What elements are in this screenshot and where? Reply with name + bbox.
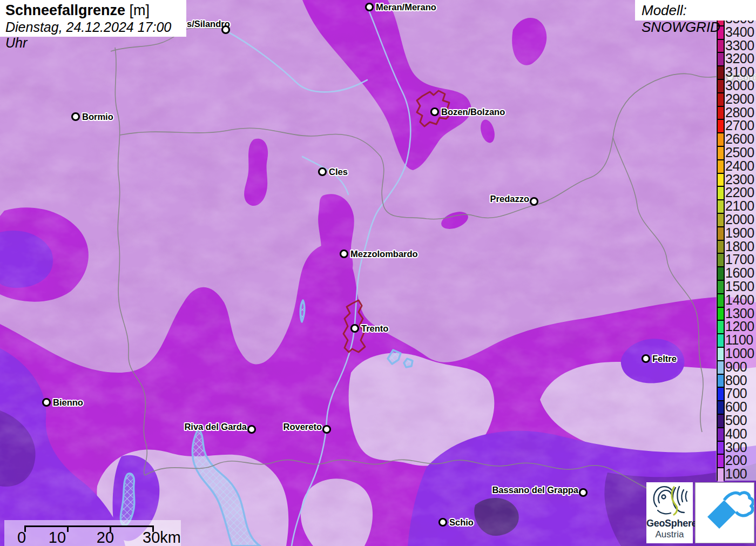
legend-label-1600: 1600: [725, 266, 756, 280]
legend-label-2500: 2500: [725, 146, 756, 159]
city-label-trento: Trento: [361, 323, 388, 333]
legend-label-2900: 2900: [725, 92, 756, 106]
title-box: Schneefallgrenze [m] Dienstag, 24.12.202…: [0, 0, 186, 37]
page-title: Schneefallgrenze [m]: [5, 2, 181, 19]
city-label-bassano-del-grappa: Bassano del Grappa: [492, 485, 578, 495]
legend-label-column: 3500340033003200310030002900280027002600…: [725, 12, 756, 481]
legend-swatch-1300: [718, 308, 724, 321]
legend-label-3400: 3400: [725, 25, 756, 39]
legend-swatch-100: [718, 468, 724, 482]
legend-swatch-3200: [718, 53, 724, 66]
partner-logo-box: [695, 482, 754, 543]
city-marker-bassano-del-grappa: [580, 489, 587, 496]
legend-label-1100: 1100: [725, 333, 756, 347]
legend-swatch-2200: [718, 187, 724, 200]
city-marker-schio: [440, 519, 447, 526]
legend-label-2700: 2700: [725, 119, 756, 132]
city-marker-trento: [352, 325, 359, 332]
legend-swatch-400: [718, 428, 724, 442]
city-marker-bienno: [43, 399, 50, 406]
legend-swatch-3300: [718, 40, 724, 53]
legend-swatch-500: [718, 415, 724, 428]
title-unit: [m]: [125, 2, 150, 18]
legend-label-2800: 2800: [725, 106, 756, 119]
city-marker-s-silandro: [222, 26, 230, 33]
legend-swatch-3100: [718, 66, 724, 80]
legend-swatch-1600: [718, 267, 724, 281]
city-label-mezzolombardo: Mezzolombardo: [350, 249, 418, 259]
lake-levico: [404, 359, 413, 367]
legend-label-2400: 2400: [725, 159, 756, 173]
city-label-predazzo: Predazzo: [490, 194, 529, 204]
legend-label-1400: 1400: [725, 293, 756, 307]
legend-swatch-2900: [718, 93, 724, 107]
city-label-meran-merano: Meran/Merano: [376, 2, 436, 12]
legend-label-1300: 1300: [725, 307, 756, 320]
legend-label-1700: 1700: [725, 253, 756, 266]
legend-label-500: 500: [725, 414, 756, 427]
legend-label-600: 600: [725, 400, 756, 414]
legend-swatch-1400: [718, 294, 724, 308]
legend-swatch-1100: [718, 334, 724, 348]
mountain-diamond-logo-icon: [696, 483, 754, 543]
scale-label-20: 20: [93, 529, 117, 546]
city-marker-feltre: [643, 355, 650, 362]
legend-swatch-1500: [718, 281, 724, 294]
legend-label-2600: 2600: [725, 132, 756, 146]
legend-label-100: 100: [725, 467, 756, 481]
scale-label-10: 10: [45, 529, 69, 546]
geosphere-wordmark: GeoSphere: [646, 518, 693, 529]
legend-swatch-700: [718, 388, 724, 401]
legend-swatch-2300: [718, 174, 724, 187]
city-marker-mezzolombardo: [341, 251, 348, 258]
legend-swatch-column: [717, 12, 725, 481]
scale-label-0: 0: [15, 529, 28, 546]
legend-swatch-2500: [718, 147, 724, 160]
geosphere-logo-icon: [647, 482, 692, 517]
legend-label-1900: 1900: [725, 226, 756, 240]
city-marker-bozen-bolzano: [431, 109, 438, 116]
legend-swatch-2700: [718, 120, 724, 133]
legend-swatch-1000: [718, 348, 724, 361]
title-datetime: Dienstag, 24.12.2024 17:00 Uhr: [5, 19, 181, 51]
scale-label-30km: 30km: [143, 529, 181, 546]
city-label-rovereto: Rovereto: [283, 422, 322, 432]
legend-swatch-800: [718, 375, 724, 388]
legend-label-2200: 2200: [725, 186, 756, 199]
legend-label-700: 700: [725, 387, 756, 400]
legend-swatch-1900: [718, 227, 724, 241]
legend-label-3200: 3200: [725, 52, 756, 65]
legend-swatch-200: [718, 455, 724, 468]
legend-swatch-300: [718, 442, 724, 455]
city-label-riva-del-garda: Riva del Garda: [184, 422, 247, 432]
legend-label-1500: 1500: [725, 280, 756, 293]
legend-swatch-3000: [718, 80, 724, 93]
title-text: Schneefallgrenze: [5, 2, 125, 18]
model-label: Modell: SNOWGRID: [635, 0, 756, 21]
city-label-schio: Schio: [449, 517, 474, 527]
legend-swatch-2100: [718, 200, 724, 214]
city-marker-rovereto: [323, 426, 330, 433]
city-label-bienno: Bienno: [53, 397, 83, 407]
map-scale-bar: 0 10 20 30km: [4, 520, 181, 546]
legend-label-3300: 3300: [725, 39, 756, 52]
city-marker-meran-merano: [366, 4, 373, 11]
legend-swatch-2000: [718, 214, 724, 227]
map-canvas: Meran/Meranos/SilandroBormioBozen/Bolzan…: [0, 0, 756, 546]
legend-swatch-1800: [718, 241, 724, 254]
legend-label-400: 400: [725, 427, 756, 441]
legend-label-900: 900: [725, 360, 756, 374]
city-marker-cles: [319, 168, 326, 176]
legend-label-200: 200: [725, 454, 756, 467]
legend-swatch-1200: [718, 321, 724, 334]
legend-label-300: 300: [725, 441, 756, 454]
legend-swatch-600: [718, 401, 724, 415]
city-marker-bormio: [72, 113, 79, 120]
city-label-feltre: Feltre: [652, 354, 677, 363]
lake-molveno: [300, 300, 305, 322]
legend-label-2100: 2100: [725, 199, 756, 213]
city-label-cles: Cles: [329, 167, 348, 177]
legend-swatch-2800: [718, 107, 724, 120]
legend-label-800: 800: [725, 374, 756, 387]
legend-label-3000: 3000: [725, 79, 756, 92]
